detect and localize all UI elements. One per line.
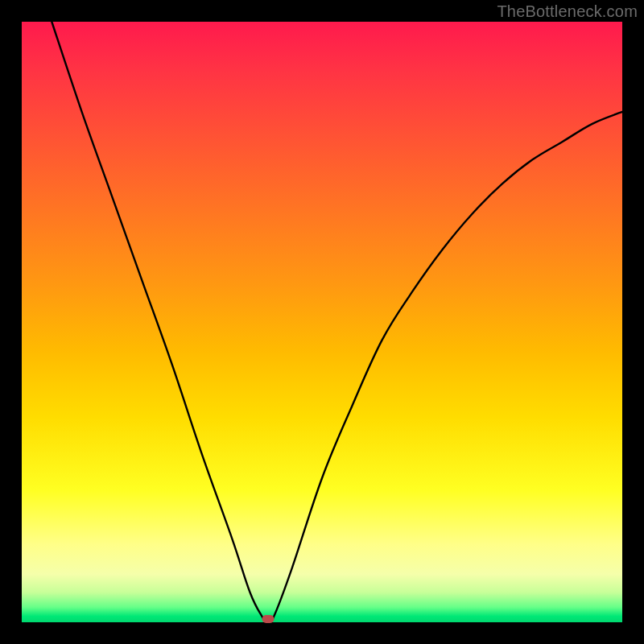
plot-area bbox=[22, 22, 622, 622]
chart-frame: TheBottleneck.com bbox=[0, 0, 644, 644]
watermark-text: TheBottleneck.com bbox=[497, 2, 638, 21]
bottleneck-curve bbox=[22, 22, 622, 622]
optimal-point-marker bbox=[262, 615, 274, 623]
